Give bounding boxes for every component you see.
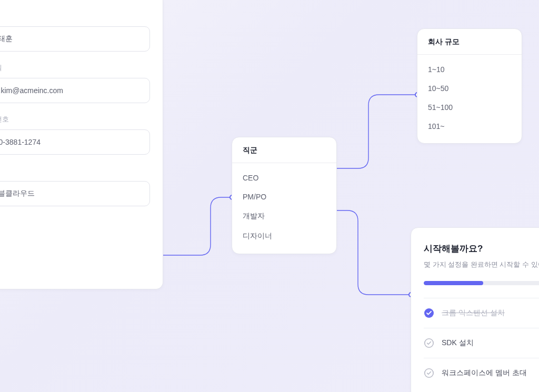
check-circle-filled-icon bbox=[424, 308, 434, 318]
onboarding-task[interactable]: 크롬 익스텐션 설치 bbox=[424, 298, 539, 328]
onboarding-subtitle: 몇 가지 설정을 완료하면 시작할 수 있어요 bbox=[424, 260, 539, 269]
job-role-option[interactable]: 개발자 bbox=[232, 206, 336, 226]
company-label: 회사 bbox=[0, 166, 150, 176]
company-size-option[interactable]: 10~50 bbox=[417, 79, 522, 98]
company-size-option[interactable]: 51~100 bbox=[417, 98, 522, 117]
name-input[interactable] bbox=[0, 26, 150, 52]
name-label: 이름 bbox=[0, 12, 150, 21]
onboarding-progress bbox=[424, 281, 539, 285]
job-role-option[interactable]: CEO bbox=[232, 168, 336, 187]
onboarding-task-label: SDK 설치 bbox=[442, 338, 474, 348]
onboarding-card: 시작해볼까요? 몇 가지 설정을 완료하면 시작할 수 있어요 크롬 익스텐션 … bbox=[411, 227, 539, 392]
company-size-option[interactable]: 101~ bbox=[417, 117, 522, 136]
job-role-option[interactable]: 디자이너 bbox=[232, 226, 336, 246]
company-size-title: 회사 규모 bbox=[417, 29, 522, 55]
email-label: 이메일 bbox=[0, 63, 150, 73]
job-role-card: 직군 CEO PM/PO 개발자 디자이너 bbox=[232, 137, 337, 254]
check-circle-icon bbox=[424, 368, 434, 378]
onboarding-task[interactable]: SDK 설치 bbox=[424, 328, 539, 358]
onboarding-progress-bar bbox=[424, 281, 483, 285]
job-role-option[interactable]: PM/PO bbox=[232, 187, 336, 206]
email-input[interactable] bbox=[0, 78, 150, 103]
company-input[interactable] bbox=[0, 181, 150, 206]
profile-form-card: 이름 이메일 전화번호 회사 bbox=[0, 0, 163, 289]
job-role-title: 직군 bbox=[232, 137, 336, 163]
company-size-card: 회사 규모 1~10 10~50 51~100 101~ bbox=[417, 28, 522, 144]
company-size-option[interactable]: 1~10 bbox=[417, 60, 522, 79]
phone-input[interactable] bbox=[0, 129, 150, 155]
onboarding-title: 시작해볼까요? bbox=[424, 243, 539, 255]
onboarding-task-label: 크롬 익스텐션 설치 bbox=[442, 308, 505, 318]
onboarding-task-label: 워크스페이스에 멤버 초대 bbox=[442, 368, 527, 378]
phone-label: 전화번호 bbox=[0, 115, 150, 124]
check-circle-icon bbox=[424, 338, 434, 348]
onboarding-task[interactable]: 워크스페이스에 멤버 초대 bbox=[424, 358, 539, 388]
